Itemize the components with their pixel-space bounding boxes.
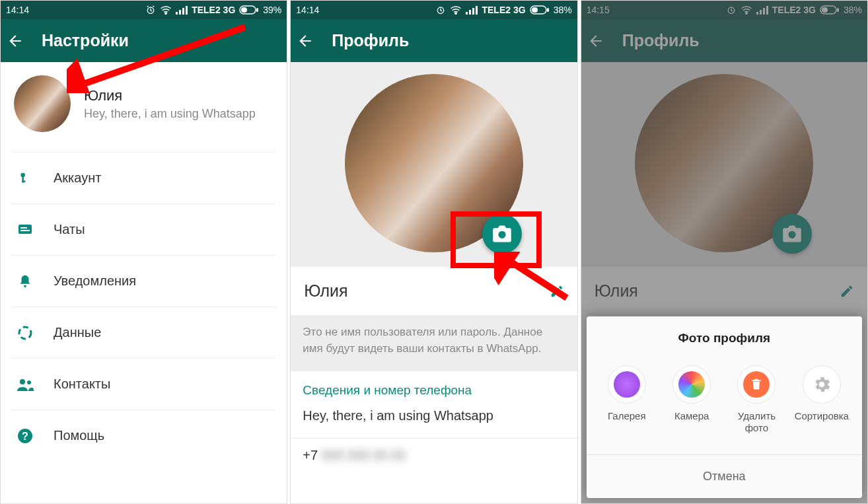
menu-item-help[interactable]: ? Помощь: [11, 410, 276, 461]
svg-rect-30: [532, 7, 538, 13]
profile-name: Юлия: [304, 281, 347, 301]
header: Профиль: [291, 19, 577, 62]
status-battery: 39%: [263, 5, 281, 15]
status-time: 14:14: [296, 5, 319, 15]
svg-point-24: [455, 13, 456, 14]
svg-rect-8: [256, 8, 258, 12]
menu-label: Чаты: [54, 222, 85, 237]
screen-settings: 14:14 TELE2 3G 39% Настройки Юлия Hey, t…: [0, 0, 287, 504]
svg-point-1: [165, 13, 166, 14]
option-label: Удалить фото: [727, 410, 786, 435]
menu-label: Помощь: [54, 428, 104, 443]
profile-status: Hey, there, i am using Whatsapp: [84, 107, 256, 121]
svg-point-20: [27, 380, 31, 384]
status-value[interactable]: Hey, there, i am using Whatsapp: [291, 403, 577, 438]
menu-label: Контакты: [54, 377, 110, 392]
back-button[interactable]: [6, 32, 24, 50]
menu-label: Уведомления: [54, 273, 136, 289]
svg-rect-16: [20, 230, 30, 231]
status-time: 14:14: [6, 5, 29, 15]
annotation-arrow: [67, 20, 252, 93]
alarm-icon: [145, 5, 156, 15]
profile-photo-area: [291, 62, 577, 267]
contacts-icon: [17, 378, 34, 391]
svg-point-17: [24, 285, 26, 287]
menu-item-chats[interactable]: Чаты: [11, 203, 276, 255]
screen-profile: 14:14 TELE2 3G 38% Профиль Юлия Это не и…: [290, 0, 577, 504]
help-icon: ?: [17, 428, 34, 444]
svg-line-34: [507, 260, 567, 298]
sheet-title: Фото профиля: [587, 331, 862, 345]
menu-label: Данные: [54, 325, 101, 340]
menu-item-notifications[interactable]: Уведомления: [11, 255, 276, 306]
bell-icon: [17, 273, 34, 289]
gallery-icon: [608, 365, 646, 404]
menu-item-account[interactable]: Аккаунт: [11, 152, 276, 203]
option-sort[interactable]: Сортировка: [792, 365, 851, 435]
trash-icon: [737, 365, 776, 404]
data-icon: [17, 325, 34, 341]
wifi-icon: [450, 5, 462, 15]
svg-line-10: [80, 27, 245, 85]
screen-photo-sheet: 14:15 TELE2 3G 38% Профиль Юлия Фото про…: [581, 0, 868, 504]
svg-rect-28: [476, 6, 478, 15]
svg-rect-27: [472, 8, 474, 15]
menu-item-data[interactable]: Данные: [11, 306, 276, 358]
key-icon: [17, 170, 34, 187]
sheet-options: Галерея Камера Удалить фото Сортировка: [587, 365, 862, 455]
back-button[interactable]: [296, 32, 314, 50]
svg-rect-14: [18, 225, 32, 234]
svg-rect-26: [469, 10, 471, 15]
alarm-icon: [435, 5, 446, 15]
svg-rect-4: [182, 8, 184, 15]
camera-colorwheel-icon: [672, 365, 711, 404]
settings-menu: Аккаунт Чаты Уведомления Данные Контакты…: [1, 152, 287, 461]
name-hint: Это не имя пользователя или пароль. Данн…: [291, 315, 577, 371]
option-label: Галерея: [608, 410, 646, 423]
menu-item-contacts[interactable]: Контакты: [11, 358, 276, 410]
avatar[interactable]: [14, 75, 71, 132]
svg-rect-31: [547, 8, 549, 12]
header-title: Профиль: [332, 31, 409, 50]
status-carrier: TELE2 3G: [482, 5, 525, 15]
battery-icon: [530, 5, 550, 15]
phone-masked: 000 000 00 00: [322, 448, 406, 462]
svg-rect-5: [186, 6, 188, 15]
option-camera[interactable]: Камера: [662, 365, 721, 435]
chat-icon: [17, 223, 34, 236]
phone-number[interactable]: +7 000 000 00 00: [291, 438, 577, 472]
svg-text:?: ?: [22, 431, 28, 442]
svg-rect-15: [20, 227, 27, 229]
arrow-left-icon: [7, 32, 24, 50]
battery-icon: [239, 5, 259, 15]
svg-rect-13: [22, 180, 25, 182]
statusbar: 14:14 TELE2 3G 39%: [1, 1, 287, 19]
annotation-arrow: [494, 252, 573, 305]
option-label: Камера: [674, 410, 709, 423]
signal-icon: [466, 5, 478, 15]
gear-icon: [803, 365, 841, 404]
sheet-cancel-button[interactable]: Отмена: [587, 454, 862, 498]
option-delete[interactable]: Удалить фото: [727, 365, 786, 435]
status-battery: 38%: [554, 5, 572, 15]
svg-rect-2: [176, 12, 178, 15]
section-title: Сведения и номер телефона: [291, 371, 577, 403]
option-gallery[interactable]: Галерея: [597, 365, 657, 435]
svg-rect-7: [241, 7, 247, 13]
status-carrier: TELE2 3G: [192, 5, 235, 15]
photo-picker-sheet: Фото профиля Галерея Камера Удалить фото: [587, 316, 862, 499]
svg-rect-25: [466, 12, 468, 15]
svg-point-18: [19, 327, 31, 339]
statusbar: 14:14 TELE2 3G 38%: [291, 1, 577, 19]
signal-icon: [176, 5, 188, 15]
arrow-left-icon: [297, 32, 314, 50]
phone-prefix: +7: [303, 448, 318, 462]
wifi-icon: [160, 5, 172, 15]
svg-point-19: [20, 379, 25, 384]
svg-rect-3: [179, 10, 181, 15]
option-label: Сортировка: [795, 410, 849, 423]
menu-label: Аккаунт: [54, 170, 101, 186]
